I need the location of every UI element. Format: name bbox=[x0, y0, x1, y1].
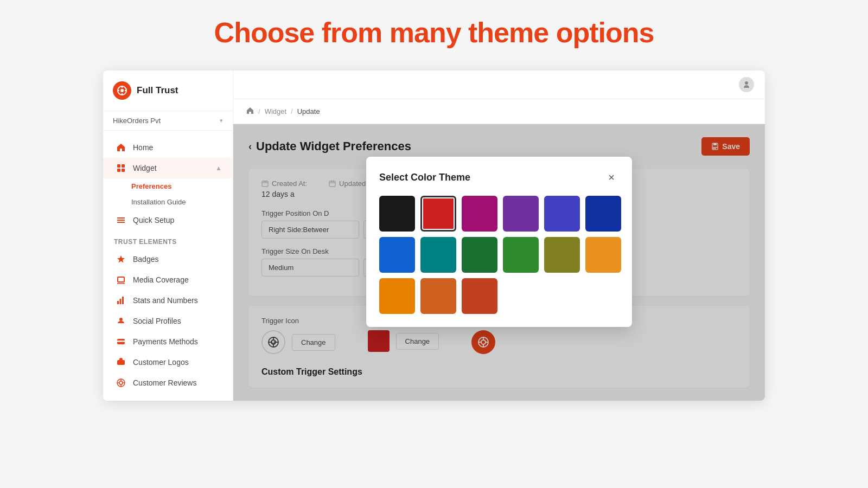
svg-point-20 bbox=[119, 318, 123, 321]
sidebar-subitem-installation-guide[interactable]: Installation Guide bbox=[103, 194, 233, 210]
stats-icon bbox=[116, 295, 126, 306]
sidebar-item-badges[interactable]: Badges bbox=[103, 249, 233, 269]
breadcrumb-sep1: / bbox=[258, 107, 260, 115]
svg-marker-13 bbox=[117, 255, 125, 263]
home-icon bbox=[116, 142, 126, 153]
top-bar bbox=[233, 70, 765, 99]
org-name: HikeOrders Pvt bbox=[113, 117, 161, 125]
hero-title: Choose from many theme options bbox=[214, 16, 654, 49]
customer-logos-label: Customer Logos bbox=[133, 358, 189, 367]
social-profiles-label: Social Profiles bbox=[133, 317, 181, 325]
breadcrumb-current: Update bbox=[297, 107, 320, 115]
color-swatch-orange[interactable] bbox=[585, 237, 621, 273]
preferences-label: Preferences bbox=[131, 182, 171, 190]
payments-label: Payments Methods bbox=[133, 337, 198, 346]
svg-rect-12 bbox=[117, 222, 125, 223]
svg-rect-9 bbox=[122, 169, 125, 172]
widget-icon bbox=[116, 163, 126, 174]
installation-guide-label: Installation Guide bbox=[131, 198, 186, 206]
sidebar-item-home[interactable]: Home bbox=[103, 137, 233, 158]
color-grid bbox=[379, 196, 619, 314]
color-swatch-purple[interactable] bbox=[544, 196, 580, 232]
color-swatch-teal[interactable] bbox=[420, 237, 456, 273]
modal-overlay: Select Color Theme × bbox=[233, 124, 765, 401]
customer-reviews-icon bbox=[116, 377, 126, 388]
svg-rect-6 bbox=[117, 164, 120, 168]
logo-text: Full Trust bbox=[137, 85, 178, 96]
sidebar-item-media-coverage[interactable]: Media Coverage bbox=[103, 269, 233, 290]
breadcrumb: / Widget / Update bbox=[233, 99, 765, 124]
svg-rect-17 bbox=[117, 301, 119, 304]
badges-icon bbox=[116, 254, 126, 265]
widget-chevron-icon: ▲ bbox=[215, 164, 222, 172]
logo-icon bbox=[113, 81, 131, 100]
color-swatch-purple-mid[interactable] bbox=[503, 196, 539, 232]
svg-rect-8 bbox=[117, 169, 120, 172]
payments-icon bbox=[116, 336, 126, 347]
svg-rect-7 bbox=[122, 164, 125, 168]
color-swatch-green[interactable] bbox=[503, 237, 539, 273]
svg-point-25 bbox=[119, 381, 123, 384]
social-profiles-icon bbox=[116, 316, 126, 326]
svg-rect-19 bbox=[122, 297, 124, 304]
color-swatch-olive[interactable] bbox=[544, 237, 580, 273]
content-body: ‹ Update Widget Preferences Save bbox=[233, 124, 765, 401]
customer-reviews-label: Customer Reviews bbox=[133, 378, 196, 387]
page-wrapper: Choose from many theme options Full Trus… bbox=[0, 0, 868, 488]
color-swatch-orange-bright[interactable] bbox=[379, 278, 415, 314]
svg-rect-22 bbox=[117, 341, 125, 342]
color-swatch-magenta[interactable] bbox=[462, 196, 497, 232]
sidebar-logo[interactable]: Full Trust bbox=[103, 70, 233, 111]
sidebar-item-social-profiles[interactable]: Social Profiles bbox=[103, 311, 233, 331]
color-swatch-black[interactable] bbox=[379, 196, 415, 232]
svg-rect-15 bbox=[118, 278, 124, 281]
svg-rect-11 bbox=[117, 220, 125, 221]
media-coverage-label: Media Coverage bbox=[133, 275, 189, 284]
color-swatch-navy[interactable] bbox=[585, 196, 621, 232]
sidebar-label-home: Home bbox=[133, 143, 153, 152]
color-swatch-blue[interactable] bbox=[379, 237, 415, 273]
modal-title: Select Color Theme bbox=[379, 172, 470, 183]
breadcrumb-widget[interactable]: Widget bbox=[265, 107, 286, 115]
sidebar-item-customer-logos[interactable]: Customer Logos bbox=[103, 352, 233, 373]
color-theme-modal: Select Color Theme × bbox=[366, 157, 632, 327]
sidebar-label-widget: Widget bbox=[133, 164, 157, 172]
sidebar-nav: Home Widget ▲ Preferences Installation G… bbox=[103, 131, 233, 400]
svg-rect-23 bbox=[117, 360, 125, 365]
app-container: Full Trust HikeOrders Pvt ▾ Home Wi bbox=[103, 70, 765, 401]
modal-close-button[interactable]: × bbox=[604, 170, 619, 185]
customer-logos-icon bbox=[116, 357, 126, 368]
color-swatch-green-dark[interactable] bbox=[462, 237, 497, 273]
svg-rect-16 bbox=[117, 283, 125, 284]
svg-point-1 bbox=[120, 89, 124, 92]
sidebar-item-quick-setup[interactable]: Quick Setup bbox=[103, 210, 233, 230]
breadcrumb-sep2: / bbox=[291, 107, 293, 115]
color-swatch-orange-mid[interactable] bbox=[420, 278, 456, 314]
sidebar-item-stats-numbers[interactable]: Stats and Numbers bbox=[103, 290, 233, 311]
org-chevron-icon: ▾ bbox=[220, 117, 223, 124]
media-coverage-icon bbox=[116, 274, 126, 285]
main-content: / Widget / Update ‹ Update Widget Prefer… bbox=[233, 70, 765, 401]
color-swatch-red-orange[interactable] bbox=[462, 278, 497, 314]
org-row[interactable]: HikeOrders Pvt ▾ bbox=[103, 111, 233, 131]
quick-setup-label: Quick Setup bbox=[133, 216, 174, 224]
trust-elements-section-title: Trust Elements bbox=[103, 230, 233, 249]
badges-label: Badges bbox=[133, 255, 158, 264]
svg-rect-18 bbox=[120, 299, 122, 304]
sidebar-item-widget[interactable]: Widget ▲ bbox=[103, 158, 233, 178]
quick-setup-icon bbox=[116, 215, 126, 226]
svg-rect-10 bbox=[117, 217, 125, 219]
sidebar-item-customer-reviews[interactable]: Customer Reviews bbox=[103, 373, 233, 393]
user-avatar[interactable] bbox=[739, 77, 754, 92]
sidebar-item-payments-methods[interactable]: Payments Methods bbox=[103, 331, 233, 352]
stats-label: Stats and Numbers bbox=[133, 296, 198, 305]
sidebar-subitem-preferences[interactable]: Preferences bbox=[103, 178, 233, 194]
color-swatch-red[interactable] bbox=[420, 196, 456, 232]
sidebar: Full Trust HikeOrders Pvt ▾ Home Wi bbox=[103, 70, 233, 401]
modal-header: Select Color Theme × bbox=[379, 170, 619, 185]
breadcrumb-home-icon[interactable] bbox=[246, 107, 254, 116]
